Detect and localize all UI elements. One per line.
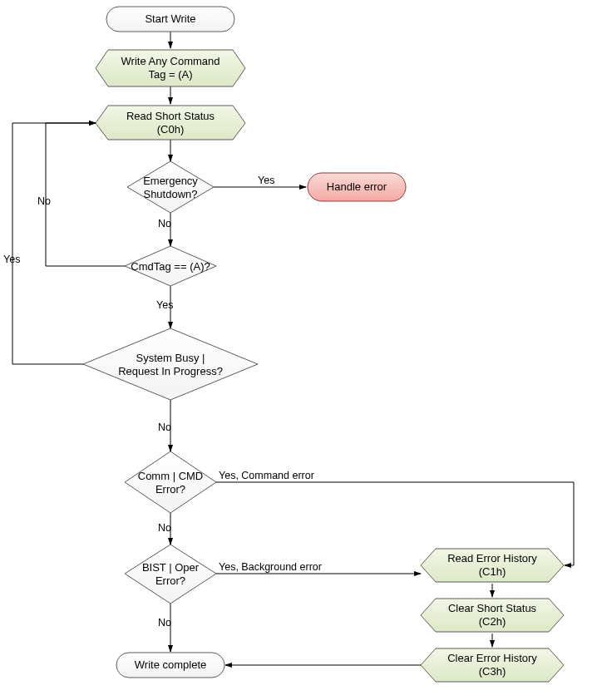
node-write-complete bbox=[116, 653, 224, 678]
node-clear-error-history bbox=[421, 648, 564, 682]
node-comm-error-decision bbox=[125, 451, 216, 513]
node-busy-decision bbox=[83, 328, 258, 400]
node-emergency-decision bbox=[127, 161, 214, 213]
node-handle-error bbox=[308, 173, 406, 201]
node-write-command bbox=[96, 50, 245, 86]
node-bist-error-decision bbox=[125, 545, 216, 604]
node-read-error-history bbox=[421, 549, 564, 582]
node-cmdtag-decision bbox=[125, 246, 216, 286]
node-clear-short-status bbox=[421, 599, 564, 632]
node-start bbox=[106, 7, 234, 32]
node-read-short-status bbox=[96, 106, 245, 140]
